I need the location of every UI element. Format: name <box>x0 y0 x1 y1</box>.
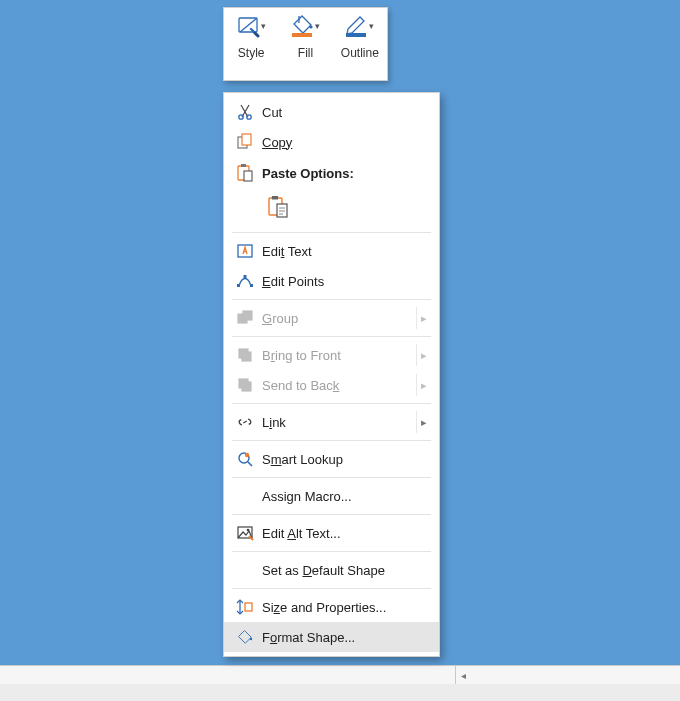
separator <box>232 440 431 441</box>
menu-cut[interactable]: Cut <box>224 97 439 127</box>
menu-bring-to-front: Bring to Front ▸ <box>224 340 439 370</box>
svg-point-28 <box>247 529 250 532</box>
outline-icon <box>345 14 367 38</box>
separator <box>232 477 431 478</box>
outline-button[interactable]: ▾ Outline <box>335 12 385 60</box>
menu-label: Edit Alt Text... <box>258 526 431 541</box>
svg-rect-3 <box>346 33 366 37</box>
smart-lookup-icon <box>232 451 258 467</box>
edit-text-icon <box>232 243 258 259</box>
svg-rect-12 <box>272 196 278 200</box>
scroll-left-icon[interactable]: ◂ <box>456 670 470 681</box>
menu-label: Size and Properties... <box>258 600 431 615</box>
paste-option-default[interactable] <box>262 191 294 223</box>
paste-icon <box>232 164 258 182</box>
svg-rect-30 <box>245 603 252 611</box>
menu-label: Group <box>258 311 417 326</box>
menu-send-to-back: Send to Back ▸ <box>224 370 439 400</box>
separator <box>232 403 431 404</box>
menu-copy[interactable]: Copy <box>224 127 439 157</box>
svg-point-1 <box>309 25 312 28</box>
separator <box>232 514 431 515</box>
menu-assign-macro[interactable]: Assign Macro... <box>224 481 439 511</box>
svg-rect-19 <box>243 311 252 320</box>
status-bar: ◂ <box>0 665 680 701</box>
outline-label: Outline <box>341 46 379 60</box>
menu-label: Cut <box>258 105 431 120</box>
fill-button[interactable]: ▾ Fill <box>280 12 330 60</box>
svg-rect-21 <box>239 349 248 358</box>
send-to-back-icon <box>232 377 258 393</box>
menu-group: Group ▸ <box>224 303 439 333</box>
menu-label: Send to Back <box>258 378 417 393</box>
fill-label: Fill <box>298 46 313 60</box>
svg-rect-10 <box>244 171 252 181</box>
chevron-right-icon: ▸ <box>417 312 431 325</box>
menu-edit-points[interactable]: Edit Points <box>224 266 439 296</box>
menu-label: Link <box>258 415 417 430</box>
paste-options-row <box>224 189 439 229</box>
menu-label: Copy <box>258 135 431 150</box>
format-shape-icon <box>232 629 258 645</box>
chevron-down-icon: ▾ <box>315 21 320 31</box>
svg-point-26 <box>245 453 249 457</box>
separator <box>232 336 431 337</box>
style-icon <box>237 15 259 37</box>
link-icon <box>232 414 258 430</box>
copy-icon <box>232 134 258 150</box>
menu-label: Bring to Front <box>258 348 417 363</box>
menu-label: Paste Options: <box>258 166 431 181</box>
svg-rect-16 <box>244 275 247 278</box>
chevron-right-icon: ▸ <box>417 416 431 429</box>
svg-rect-15 <box>237 284 240 287</box>
svg-rect-23 <box>242 382 251 391</box>
shape-context-menu: Cut Copy Paste Options: Edit Text Edit P… <box>223 92 440 657</box>
menu-format-shape[interactable]: Format Shape... <box>224 622 439 652</box>
separator <box>232 232 431 233</box>
style-button[interactable]: ▾ Style <box>226 12 276 60</box>
menu-label: Set as Default Shape <box>258 563 431 578</box>
menu-label: Smart Lookup <box>258 452 431 467</box>
alt-text-icon <box>232 525 258 541</box>
separator <box>232 551 431 552</box>
horizontal-scrollbar[interactable]: ◂ <box>456 666 680 684</box>
svg-rect-2 <box>292 33 312 37</box>
separator <box>232 588 431 589</box>
size-icon <box>232 599 258 615</box>
svg-line-25 <box>248 462 252 466</box>
menu-link[interactable]: Link ▸ <box>224 407 439 437</box>
menu-label: Edit Points <box>258 274 431 289</box>
menu-smart-lookup[interactable]: Smart Lookup <box>224 444 439 474</box>
style-label: Style <box>238 46 265 60</box>
menu-label: Assign Macro... <box>258 489 431 504</box>
chevron-right-icon: ▸ <box>417 349 431 362</box>
menu-edit-alt-text[interactable]: Edit Alt Text... <box>224 518 439 548</box>
bring-to-front-icon <box>232 347 258 363</box>
menu-label: Format Shape... <box>258 630 431 645</box>
cut-icon <box>232 104 258 120</box>
menu-size-properties[interactable]: Size and Properties... <box>224 592 439 622</box>
menu-paste-options-header: Paste Options: <box>224 157 439 189</box>
svg-rect-7 <box>242 134 251 145</box>
svg-point-31 <box>250 638 252 640</box>
chevron-down-icon: ▾ <box>369 21 374 31</box>
chevron-right-icon: ▸ <box>417 379 431 392</box>
menu-label: Edit Text <box>258 244 431 259</box>
edit-points-icon <box>232 273 258 289</box>
menu-set-default-shape[interactable]: Set as Default Shape <box>224 555 439 585</box>
fill-icon <box>291 14 313 38</box>
svg-rect-9 <box>241 164 246 167</box>
menu-edit-text[interactable]: Edit Text <box>224 236 439 266</box>
separator <box>232 299 431 300</box>
shape-mini-toolbar: ▾ Style ▾ Fill ▾ Outline <box>223 7 388 81</box>
group-icon <box>232 310 258 326</box>
svg-rect-17 <box>250 284 253 287</box>
chevron-down-icon: ▾ <box>261 21 266 31</box>
